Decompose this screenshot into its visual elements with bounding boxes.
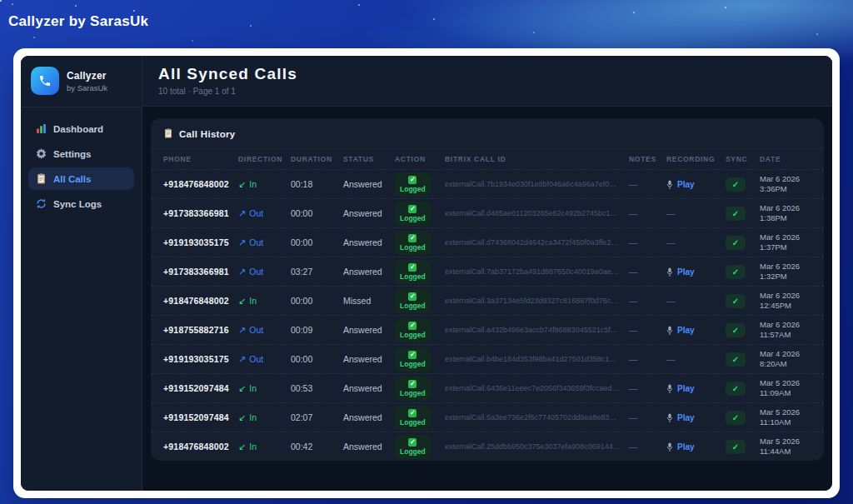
bitrix-call-id-cell: externalCall.7b1934e030f1e8bf046a6c4a96a…: [445, 180, 629, 188]
action-cell: ✓ Logged: [395, 260, 445, 284]
sync-check-icon: ✓: [726, 411, 746, 425]
microphone-icon: [666, 442, 673, 452]
call-rows: +918476848002 ↙In 00:18 Answered ✓ Logge…: [151, 169, 824, 461]
phone-cell: +918755882716: [163, 325, 238, 335]
date-line: Mar 5 2026: [760, 407, 811, 417]
table-row: +919152097484 ↙In 02:07 Answered ✓ Logge…: [151, 402, 824, 432]
direction-arrow-icon: ↙: [238, 442, 246, 452]
clipboard-icon: [163, 128, 174, 139]
sidebar-item-label: Settings: [53, 149, 91, 159]
logged-label: Logged: [400, 243, 426, 252]
status-cell: Answered: [343, 325, 395, 335]
duration-cell: 00:00: [291, 296, 343, 306]
recording-cell: —: [666, 354, 726, 364]
app-frame: Callyzer by SarasUk Dashboard: [21, 56, 832, 491]
play-recording-button[interactable]: Play: [666, 180, 726, 189]
logged-label: Logged: [400, 360, 426, 368]
status-cell: Missed: [343, 296, 395, 306]
table-row: +918476848002 ↙In 00:18 Answered ✓ Logge…: [151, 169, 824, 198]
checkbox-icon: ✓: [408, 263, 417, 272]
play-recording-button[interactable]: Play: [666, 413, 726, 422]
direction-label: Out: [249, 208, 263, 218]
bar-chart-icon: [36, 123, 47, 134]
logged-badge: ✓ Logged: [395, 260, 431, 284]
bitrix-call-id-cell: externalCall.a432b496e3accb74f8688304552…: [445, 326, 629, 334]
status-cell: Answered: [343, 442, 395, 452]
date-cell: Mar 5 2026 11:10AM: [760, 407, 811, 428]
direction-cell: ↗Out: [238, 267, 291, 277]
sidebar-item-sync-logs[interactable]: Sync Logs: [28, 192, 134, 215]
status-cell: Answered: [343, 179, 395, 189]
play-recording-button[interactable]: Play: [666, 442, 726, 452]
duration-cell: 00:18: [291, 179, 343, 189]
brand[interactable]: Callyzer by SarasUk: [21, 56, 142, 107]
card-title: Call History: [179, 129, 236, 139]
sidebar-item-dashboard[interactable]: Dashboard: [28, 117, 134, 140]
time-line: 11:09AM: [760, 388, 811, 398]
phone-cell: +918476848002: [163, 179, 238, 189]
time-line: 1:37PM: [760, 242, 811, 252]
play-recording-button[interactable]: Play: [666, 267, 726, 277]
direction-label: In: [249, 296, 257, 306]
microphone-icon: [666, 384, 673, 393]
action-cell: ✓ Logged: [395, 347, 445, 372]
notes-cell: —: [629, 412, 666, 422]
action-cell: ✓ Logged: [395, 435, 445, 459]
column-header-sync: SYNC: [726, 155, 760, 163]
bitrix-call-id-cell: externalCall.6436e11eeec7e2056f343659f3f…: [445, 384, 629, 392]
duration-cell: 00:00: [291, 354, 343, 364]
play-recording-button[interactable]: Play: [666, 326, 726, 335]
page-title: Callyzer by SarasUk: [8, 13, 148, 30]
logged-label: Logged: [400, 331, 426, 339]
table-row: +919193035175 ↗Out 00:00 Answered ✓ Logg…: [151, 344, 824, 373]
phone-cell: +919152097484: [163, 383, 238, 393]
direction-cell: ↗Out: [238, 237, 291, 248]
microphone-icon: [666, 326, 673, 335]
phone-cell: +918476848002: [163, 296, 238, 306]
direction-arrow-icon: ↗: [238, 354, 246, 364]
direction-arrow-icon: ↙: [238, 179, 246, 189]
logged-label: Logged: [400, 214, 426, 222]
logged-badge: ✓ Logged: [395, 406, 431, 430]
direction-cell: ↙In: [238, 179, 291, 190]
direction-cell: ↙In: [238, 442, 291, 452]
phone-cell: +917383366981: [163, 267, 238, 277]
date-cell: Mar 5 2026 11:09AM: [760, 378, 811, 399]
recording-cell: —: [666, 296, 726, 306]
bitrix-call-id-cell: externalCall.7ab37172ba491d887650c40019a…: [445, 267, 629, 276]
direction-arrow-icon: ↗: [238, 237, 246, 247]
direction-label: Out: [249, 237, 263, 247]
sync-check-icon: ✓: [726, 440, 746, 454]
direction-label: Out: [249, 267, 263, 277]
table-row: +918755882716 ↗Out 00:09 Answered ✓ Logg…: [151, 315, 824, 344]
column-header-phone: PHONE: [163, 155, 238, 163]
play-recording-button[interactable]: Play: [666, 384, 726, 393]
checkbox-icon: ✓: [408, 234, 417, 242]
recording-cell: Play: [666, 267, 726, 277]
direction-cell: ↙In: [238, 412, 291, 423]
notes-cell: —: [629, 442, 666, 452]
column-header-date: DATE: [760, 155, 811, 163]
logged-label: Logged: [400, 447, 426, 456]
logged-badge: ✓ Logged: [395, 172, 431, 197]
bitrix-call-id-cell: externalCall.d485ae011203265e62c492b2745…: [445, 209, 629, 217]
direction-label: In: [249, 442, 257, 452]
recording-cell: Play: [666, 180, 726, 189]
sidebar-item-all-calls[interactable]: All Calls: [28, 167, 134, 190]
time-line: 1:38PM: [760, 213, 811, 223]
column-header-notes: NOTES: [629, 155, 666, 163]
notes-cell: —: [629, 383, 666, 393]
column-header-status: STATUS: [343, 155, 395, 163]
direction-arrow-icon: ↗: [238, 208, 246, 218]
play-label: Play: [677, 267, 695, 277]
clipboard-icon: [36, 173, 47, 184]
status-cell: Answered: [343, 412, 395, 422]
action-cell: ✓ Logged: [395, 406, 445, 430]
action-cell: ✓ Logged: [395, 318, 445, 342]
sidebar-item-settings[interactable]: Settings: [28, 142, 134, 165]
notes-cell: —: [629, 267, 666, 277]
action-cell: ✓ Logged: [395, 289, 445, 313]
play-recording-button: —: [666, 354, 676, 364]
checkbox-icon: ✓: [408, 292, 417, 301]
duration-cell: 02:07: [291, 412, 343, 422]
